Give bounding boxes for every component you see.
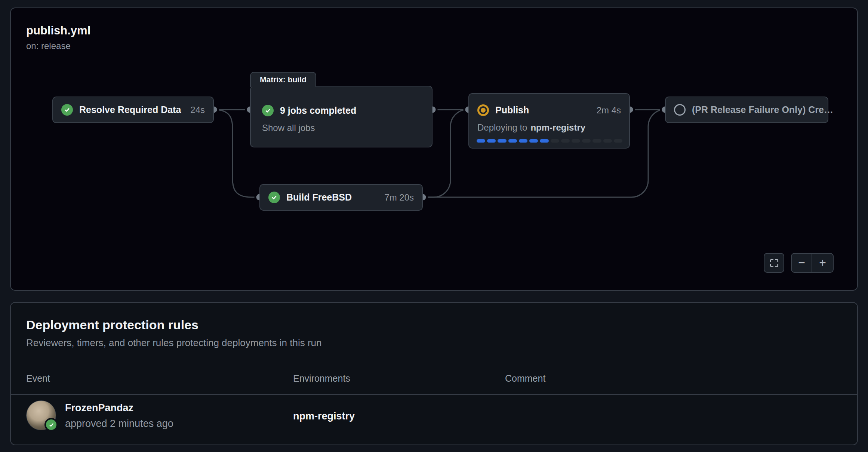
check-circle-icon [262,105,274,116]
job-node-resolve-required-data[interactable]: Resolve Required Data 24s [52,97,214,123]
job-node-build-freebsd[interactable]: Build FreeBSD 7m 20s [259,184,423,211]
matrix-summary: 9 jobs completed [280,105,356,116]
table-header-divider [11,394,857,395]
in-progress-icon [477,104,489,116]
progress-segment-filled [487,139,496,143]
matrix-group-label: Matrix: build [260,75,307,84]
progress-segment-filled [498,139,506,143]
environment-name: npm-registry [293,410,355,422]
panel-subtitle: Reviewers, timers, and other rules prote… [26,337,321,349]
graph-controls: − + [764,253,834,273]
workflow-header: publish.yml on: release [26,24,90,51]
progress-segment-empty [551,139,559,143]
job-name: Publish [495,105,529,116]
check-circle-icon [268,192,280,203]
job-duration: 24s [190,105,205,115]
deploy-prefix: Deploying to [477,122,527,133]
pending-circle-icon [674,104,686,116]
progress-segment-filled [508,139,517,143]
avatar [26,400,56,430]
job-node-matrix-build[interactable]: 9 jobs completed Show all jobs [250,86,433,147]
zoom-out-button[interactable]: − [792,254,812,272]
actions-run-page: publish.yml on: release [0,0,868,452]
approved-check-badge-icon [44,418,58,431]
zoom-control-group: − + [791,253,834,273]
fullscreen-button[interactable] [764,253,784,273]
progress-segment-filled [477,139,485,143]
column-header-comment: Comment [505,373,545,384]
progress-segment-empty [614,139,622,143]
zoom-in-button[interactable]: + [812,254,833,272]
screen-full-icon [769,258,779,268]
progress-segment-filled [540,139,548,143]
job-duration: 2m 4s [597,105,621,116]
progress-segment-empty [592,139,601,143]
progress-segment-empty [582,139,591,143]
deploy-environment: npm-registry [530,122,585,133]
job-name: Resolve Required Data [79,104,181,115]
job-node-publish[interactable]: Publish 2m 4s Deploying to npm-registry [468,93,630,149]
deploy-progress-bar [477,139,622,143]
progress-segment-filled [519,139,527,143]
workflow-trigger: on: release [26,41,90,51]
progress-segment-empty [603,139,612,143]
column-header-event: Event [26,373,50,384]
workflow-file-name: publish.yml [26,24,90,37]
approver-username: FrozenPandaz [65,402,133,414]
progress-segment-empty [572,139,580,143]
workflow-graph-panel: publish.yml on: release [10,7,858,291]
workflow-graph-edges [11,8,859,291]
approval-status-text: approved 2 minutes ago [65,418,173,430]
show-all-jobs-link[interactable]: Show all jobs [262,123,315,133]
job-duration: 7m 20s [384,192,414,203]
panel-title: Deployment protection rules [26,318,198,332]
deployment-protection-panel: Deployment protection rules Reviewers, t… [10,302,858,445]
column-header-environments: Environments [293,373,350,384]
matrix-group-tab: Matrix: build [250,72,316,87]
job-name: (PR Release Failure Only) Cre… [692,104,833,115]
job-name: Build FreeBSD [286,192,352,203]
progress-segment-empty [561,139,570,143]
deploy-status-line: Deploying to npm-registry [469,122,629,133]
check-circle-icon [61,104,73,116]
job-node-pr-release-failure[interactable]: (PR Release Failure Only) Cre… [665,97,828,123]
progress-segment-filled [529,139,538,143]
